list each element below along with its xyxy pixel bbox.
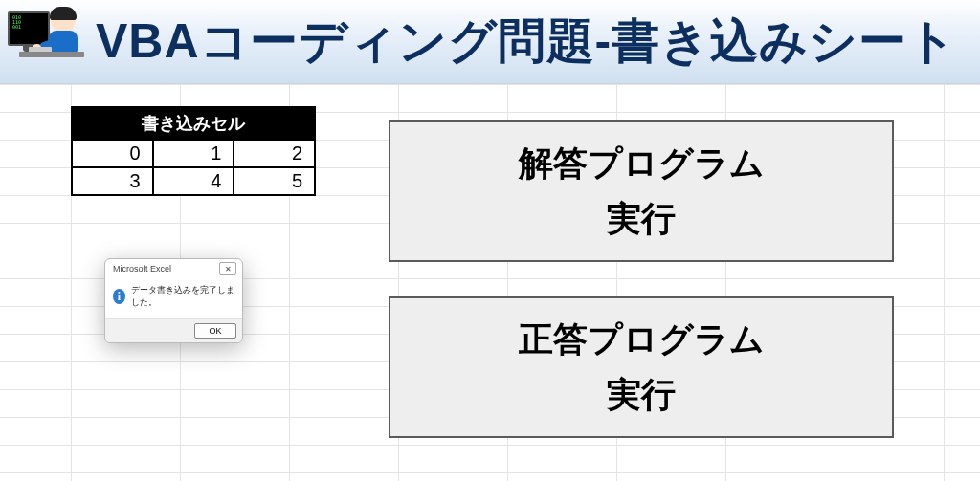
run-answer-program-button[interactable]: 解答プログラム 実行 <box>389 120 894 262</box>
run-correct-program-button[interactable]: 正答プログラム 実行 <box>389 296 894 438</box>
table-row: 0 1 2 <box>72 140 315 167</box>
close-icon[interactable]: ✕ <box>219 262 236 275</box>
table-row: 3 4 5 <box>72 167 315 195</box>
button-label-line2: 実行 <box>607 191 676 247</box>
page-title: VBAコーディング問題-書き込みシート <box>96 10 957 74</box>
message-box-text: データ書き込みを完了しました。 <box>131 284 234 309</box>
message-box-dialog[interactable]: Microsoft Excel ✕ i データ書き込みを完了しました。 OK <box>104 258 243 343</box>
table-cell[interactable]: 3 <box>72 167 153 195</box>
page-header: 010110001 VBAコーディング問題-書き込みシート <box>0 0 980 84</box>
write-table-header: 書き込みセル <box>72 107 315 140</box>
button-label-line1: 解答プログラム <box>519 136 765 191</box>
button-label-line2: 実行 <box>607 367 676 423</box>
table-cell[interactable]: 2 <box>234 140 315 167</box>
table-cell[interactable]: 5 <box>234 167 315 195</box>
table-cell[interactable]: 1 <box>153 140 234 167</box>
header-avatar-illustration: 010110001 <box>8 8 84 77</box>
spreadsheet-area[interactable]: 書き込みセル 0 1 2 3 4 5 解答プログラム 実行 正答プログラム 実行… <box>0 84 980 481</box>
info-icon: i <box>113 289 125 304</box>
message-box-titlebar[interactable]: Microsoft Excel ✕ <box>105 259 242 278</box>
message-box-title: Microsoft Excel <box>113 264 171 273</box>
table-cell[interactable]: 4 <box>153 167 234 195</box>
message-box-footer: OK <box>105 318 242 342</box>
message-box-ok-button[interactable]: OK <box>194 323 236 339</box>
message-box-body: i データ書き込みを完了しました。 <box>105 278 242 318</box>
button-label-line1: 正答プログラム <box>519 312 765 367</box>
write-cells-table: 書き込みセル 0 1 2 3 4 5 <box>71 106 316 196</box>
table-cell[interactable]: 0 <box>72 140 153 167</box>
